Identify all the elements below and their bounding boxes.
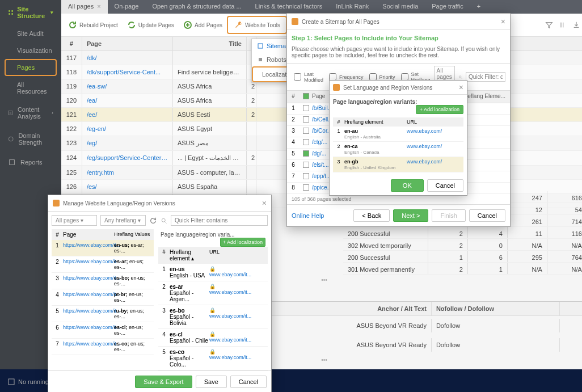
list-item[interactable]: 5es-coEspañol - Colo...🔒 www.ebay.com/it… xyxy=(158,347,268,370)
download-icon[interactable] xyxy=(572,21,580,29)
tabs-bar: All pages× On-page Open graph & structur… xyxy=(61,0,582,14)
reports-icon xyxy=(8,158,16,166)
list-item[interactable]: 7https://www.ebay.com/it...es-co; en-us;… xyxy=(52,339,154,355)
quick-filter-input[interactable] xyxy=(171,215,268,226)
follow-value: Dofollow xyxy=(432,319,560,332)
columns-icon[interactable] xyxy=(559,21,567,29)
plus-icon xyxy=(183,20,192,29)
svg-rect-24 xyxy=(9,379,14,385)
svg-point-20 xyxy=(459,75,461,78)
svg-rect-2 xyxy=(9,13,10,15)
quick-filter-input[interactable] xyxy=(466,72,505,82)
robots-icon xyxy=(258,57,263,62)
tools-button[interactable]: Website Tools xyxy=(229,18,285,32)
dialog-title: Set Language and Region Versions xyxy=(343,85,432,91)
sidebar-item-audit[interactable]: Site Audit xyxy=(0,25,61,42)
col-nofollow[interactable]: Nofollow / Dofollow xyxy=(432,302,560,315)
add-button[interactable]: Add Pages xyxy=(179,18,227,32)
svg-rect-1 xyxy=(11,10,13,12)
app-icon xyxy=(53,200,60,206)
svg-rect-17 xyxy=(258,44,263,48)
close-icon[interactable]: × xyxy=(97,3,100,10)
close-icon[interactable]: × xyxy=(459,83,463,92)
add-localization-button[interactable]: + Add localization xyxy=(220,238,265,247)
col-num[interactable]: # xyxy=(287,93,300,100)
list-item[interactable]: 3en-gbEnglish - United Kingdomwww.ebay.c… xyxy=(333,157,463,172)
select-all-checkbox[interactable] xyxy=(303,93,309,99)
tab-social[interactable]: Social media xyxy=(376,0,425,14)
refresh-icon[interactable] xyxy=(149,217,157,225)
sidebar-item-visualization[interactable]: Visualization xyxy=(0,42,61,59)
dialog-title: Create a Sitemap for All Pages xyxy=(302,19,379,25)
cancel-button[interactable]: Cancel xyxy=(230,376,267,388)
manage-versions-dialog: Manage Website Language/Region Versions×… xyxy=(48,195,272,392)
list-item[interactable]: 2https://www.ebay.com/it...es-ar; en-us;… xyxy=(52,256,154,273)
save-export-button[interactable]: Save & Export xyxy=(135,376,192,388)
col-page[interactable]: Page xyxy=(82,37,173,50)
svg-line-21 xyxy=(461,77,462,78)
sidebar-item-resources[interactable]: All Resources xyxy=(0,76,61,100)
rebuild-button[interactable]: Rebuild Project xyxy=(64,18,123,32)
list-item[interactable]: 4es-clEspañol - Chile🔒 www.ebay.com/it..… xyxy=(158,329,268,347)
opt-lastmod[interactable]: Last Modified xyxy=(292,71,323,83)
col-num[interactable]: # xyxy=(61,37,82,50)
list-item[interactable]: 2es-arEspañol - Argen...🔒 www.ebay.com/i… xyxy=(158,281,268,305)
table-row[interactable]: 302 Moved temporarily20N/AN/A xyxy=(343,239,582,251)
svg-rect-4 xyxy=(9,111,12,115)
preview-title: Page language/region varia... xyxy=(161,231,235,238)
back-button[interactable]: < Back xyxy=(353,209,390,222)
tab-opengraph[interactable]: Open graph & structured data ... xyxy=(145,0,248,14)
dialog-title: Manage Website Language/Region Versions xyxy=(63,200,175,206)
search-icon[interactable] xyxy=(161,217,167,224)
col-title[interactable]: Title xyxy=(173,37,247,50)
table-row[interactable]: 301 Moved permanently21N/AN/A xyxy=(343,263,582,275)
hreflang-select[interactable]: Any hreflang ▾ xyxy=(100,215,146,226)
list-item[interactable]: 1https://www.ebay.com/it...en-us; es-ar;… xyxy=(52,240,154,256)
follow-value: Dofollow xyxy=(432,338,560,352)
sidebar-item-pages[interactable]: Pages xyxy=(5,59,57,76)
sidebar-section-domain[interactable]: Domain Strength xyxy=(0,126,61,152)
list-item[interactable]: 2en-caEnglish - Canadawww.ebay.com/ xyxy=(333,142,463,157)
tab-all-pages[interactable]: All pages× xyxy=(61,0,108,14)
ok-button[interactable]: OK xyxy=(391,179,424,192)
content-icon xyxy=(8,109,13,117)
app-icon xyxy=(292,18,298,25)
sidebar-section-site-structure[interactable]: Site Structure ▾ xyxy=(0,0,61,25)
next-button[interactable]: Next > xyxy=(393,209,428,222)
sidebar-section-content[interactable]: Content Analysis › xyxy=(0,100,61,126)
save-button[interactable]: Save xyxy=(196,376,227,388)
add-localization-button[interactable]: + Add localization xyxy=(416,105,463,114)
tab-inlink[interactable]: InLink Rank xyxy=(329,0,376,14)
search-icon[interactable] xyxy=(458,74,462,81)
refresh-icon xyxy=(68,20,77,29)
list-item[interactable]: 4https://www.ebay.com/it...pt-br; en-us;… xyxy=(52,289,154,306)
table-row[interactable]: 200 Successful16295764 xyxy=(343,251,582,263)
step-desc: Please choose which pages you want to in… xyxy=(287,46,510,63)
list-item[interactable]: 6https://www.ebay.com/it...es-cl; en-us;… xyxy=(52,322,154,339)
list-item[interactable]: 1en-usEnglish - USA🔒 www.ebay.com/it... xyxy=(158,264,268,281)
tasks-icon xyxy=(8,378,15,385)
globe-icon xyxy=(8,135,14,143)
svg-rect-18 xyxy=(259,58,262,61)
filter-icon[interactable] xyxy=(545,21,553,29)
tab-on-page[interactable]: On-page xyxy=(108,0,146,14)
tab-traffic[interactable]: Page traffic xyxy=(425,0,470,14)
list-item[interactable]: 5https://www.ebay.com/it...ru-by; en-us;… xyxy=(52,306,154,322)
tab-links[interactable]: Links & technical factors xyxy=(248,0,330,14)
update-button[interactable]: Update Pages xyxy=(123,18,179,32)
app-icon xyxy=(333,84,340,91)
cancel-button[interactable]: Cancel xyxy=(427,179,463,192)
list-item[interactable]: 3https://www.ebay.com/it...es-bo; en-us;… xyxy=(52,273,154,289)
close-icon[interactable]: × xyxy=(262,199,267,208)
list-item[interactable]: 1en-auEnglish - Australiawww.ebay.com/ xyxy=(333,127,463,142)
help-link[interactable]: Online Help xyxy=(292,212,324,219)
sidebar-section-reports[interactable]: Reports xyxy=(0,152,61,172)
close-icon[interactable]: × xyxy=(501,17,505,26)
list-item[interactable]: 3es-boEspañol - Bolivia🔒 www.ebay.com/it… xyxy=(158,305,268,329)
pages-select[interactable]: All pages ▾ xyxy=(52,215,97,226)
structure-icon xyxy=(8,9,14,16)
svg-line-23 xyxy=(165,221,167,223)
tab-add[interactable]: + xyxy=(470,0,487,14)
table-row[interactable]: 200 Successful2411116 xyxy=(343,227,582,239)
cancel-button[interactable]: Cancel xyxy=(469,209,505,222)
